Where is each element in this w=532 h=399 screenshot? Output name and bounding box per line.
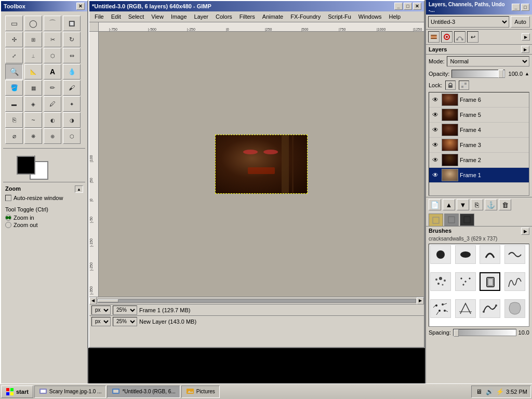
paths-tab[interactable] — [454, 31, 466, 43]
brushes-collapse-button[interactable]: ▶ — [521, 228, 529, 235]
foreground-color[interactable] — [17, 156, 35, 175]
brush-cell-3[interactable] — [480, 245, 500, 264]
layer-item-frame1[interactable]: 👁 Frame 1 — [429, 168, 529, 183]
scroll-left-button[interactable]: ◀ — [89, 297, 97, 304]
extra-tool[interactable]: ⬡ — [63, 128, 81, 144]
rotate-tool[interactable]: ↻ — [63, 32, 81, 47]
menu-animate[interactable]: Animate — [259, 12, 286, 21]
menu-colors[interactable]: Colors — [212, 12, 235, 21]
brush-cell-2[interactable] — [455, 245, 476, 264]
panel-collapse-button[interactable]: ▶ — [522, 33, 530, 41]
move-tool[interactable]: ✣ — [5, 32, 23, 47]
canvas-area[interactable] — [99, 32, 424, 297]
taskbar-item-untitled[interactable]: *Untitled-3.0 (RGB, 6... — [107, 385, 180, 398]
layers-collapse-button[interactable]: ▶ — [521, 46, 529, 53]
zoom-tool[interactable]: 🔍 — [5, 64, 23, 79]
layer-visibility-frame3[interactable]: 👁 — [431, 140, 440, 150]
brush-cell-11[interactable] — [480, 299, 500, 318]
layer-visibility-frame4[interactable]: 👁 — [431, 125, 440, 135]
zoom-in-radio[interactable] — [5, 215, 11, 221]
horizontal-scrollbar[interactable]: ◀ ▶ — [89, 297, 424, 304]
convolve-tool[interactable]: ❋ — [24, 128, 42, 144]
duplicate-layer-button[interactable]: ⎘ — [471, 199, 483, 210]
menu-edit[interactable]: Edit — [108, 12, 124, 21]
layer-item-frame3[interactable]: 👁 Frame 3 — [429, 138, 529, 153]
blend-tool[interactable]: ▦ — [24, 80, 42, 96]
channels-tab[interactable] — [441, 31, 453, 43]
unit-select-1[interactable]: px — [91, 305, 111, 315]
auto-resize-checkbox[interactable] — [5, 195, 11, 201]
brush-tab-2[interactable] — [444, 214, 459, 226]
brush-cell-8[interactable] — [504, 272, 525, 291]
layers-maximize-button[interactable]: □ — [521, 4, 529, 11]
zoom-out-radio[interactable] — [5, 222, 11, 228]
perspective-tool[interactable]: ⬡ — [44, 48, 61, 63]
crop-tool[interactable]: ✂ — [44, 32, 61, 47]
measure-tool[interactable]: 📐 — [24, 64, 42, 79]
scroll-track[interactable] — [97, 299, 416, 303]
menu-image[interactable]: Image — [168, 12, 190, 21]
lock-alpha-button[interactable] — [459, 81, 469, 90]
dodge-tool[interactable]: ◐ — [44, 112, 61, 128]
toolbox-close-button[interactable]: ✕ — [76, 3, 85, 10]
spacing-handle[interactable] — [454, 329, 459, 337]
brush-cell-10[interactable] — [455, 299, 476, 318]
menu-layer[interactable]: Layer — [191, 12, 212, 21]
text-tool[interactable]: A — [44, 64, 61, 79]
menu-file[interactable]: File — [91, 12, 107, 21]
paintbrush-tool[interactable]: 🖌 — [63, 80, 81, 96]
unit-select-2[interactable]: px — [91, 317, 111, 326]
new-layer-button[interactable]: 📄 — [429, 199, 441, 210]
layer-item-frame6[interactable]: 👁 Frame 6 — [429, 92, 529, 108]
layer-item-frame4[interactable]: 👁 Frame 4 — [429, 123, 529, 138]
align-tool[interactable]: ⊞ — [24, 32, 42, 47]
free-select-tool[interactable]: ⌒ — [44, 16, 61, 31]
ellipse-select-tool[interactable]: ◯ — [24, 16, 42, 31]
pencil-tool[interactable]: ✏ — [44, 80, 61, 96]
start-button[interactable]: start — [1, 385, 33, 398]
menu-help[interactable]: Help — [385, 12, 404, 21]
file-select[interactable]: Untitled-3 — [428, 16, 509, 28]
zoom-collapse-button[interactable]: ▲ — [75, 185, 83, 193]
layer-visibility-frame2[interactable]: 👁 — [431, 155, 440, 165]
brush-cell-4[interactable] — [504, 245, 525, 264]
lower-layer-button[interactable]: ▼ — [457, 199, 469, 210]
opacity-slider[interactable] — [451, 70, 505, 78]
scroll-thumb[interactable] — [98, 299, 118, 302]
zoom-select-1[interactable]: 25% — [113, 305, 137, 315]
layer-visibility-frame1[interactable]: 👁 — [431, 170, 440, 180]
layers-minimize-button[interactable]: _ — [512, 4, 520, 11]
eraser-tool[interactable]: ▬ — [5, 96, 23, 112]
taskbar-item-pictures[interactable]: Pictures — [181, 385, 220, 398]
brush-tab-1[interactable] — [429, 214, 443, 226]
scale-tool[interactable]: ⤢ — [5, 48, 23, 63]
menu-filters[interactable]: Filters — [236, 12, 258, 21]
undo-tab[interactable]: ↩ — [467, 31, 478, 43]
brush-cell-1[interactable] — [430, 245, 451, 264]
color-picker-tool[interactable]: 💧 — [63, 64, 81, 79]
maximize-button[interactable]: □ — [404, 3, 412, 10]
flip-tool[interactable]: ⇔ — [63, 48, 81, 63]
auto-button[interactable]: Auto — [511, 16, 530, 28]
burn-tool[interactable]: ◑ — [63, 112, 81, 128]
mode-select[interactable]: Normal — [447, 56, 529, 66]
shear-tool[interactable]: ⟂ — [24, 48, 42, 63]
menu-windows[interactable]: Windows — [355, 12, 385, 21]
menu-select[interactable]: Select — [125, 12, 148, 21]
paths-tool[interactable]: ⌀ — [5, 128, 23, 144]
opacity-handle[interactable] — [498, 70, 503, 78]
brush-cell-12[interactable] — [504, 299, 525, 318]
minimize-button[interactable]: _ — [394, 3, 403, 10]
anchor-layer-button[interactable]: ⚓ — [485, 199, 497, 210]
zoom-select-2[interactable]: 25% — [113, 317, 137, 326]
heal-tool[interactable]: ✦ — [63, 96, 81, 112]
fuzzy-select-tool[interactable]: 🔲 — [63, 16, 81, 31]
menu-script-fu[interactable]: Script-Fu — [325, 12, 354, 21]
delete-layer-button[interactable]: 🗑 — [499, 199, 511, 210]
close-button[interactable]: ✕ — [413, 3, 421, 10]
layer-item-frame2[interactable]: 👁 Frame 2 — [429, 153, 529, 168]
brush-cell-9[interactable] — [430, 299, 451, 318]
lock-pixels-button[interactable] — [445, 81, 456, 90]
rect-select-tool[interactable]: ▭ — [5, 16, 23, 31]
transform-tool[interactable]: ⊕ — [44, 128, 61, 144]
